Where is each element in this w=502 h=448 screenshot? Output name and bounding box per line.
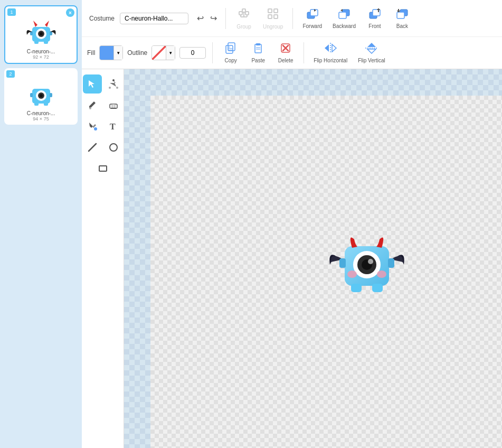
flip-horizontal-label: Flip Horizontal xyxy=(314,58,347,63)
back-button[interactable]: Back xyxy=(391,6,414,31)
outline-swatch xyxy=(152,46,166,60)
text-tool-button[interactable]: T xyxy=(104,117,123,136)
costume-preview-2 xyxy=(23,78,60,107)
outline-dropdown-arrow[interactable]: ▼ xyxy=(166,46,175,60)
svg-point-59 xyxy=(368,259,373,264)
svg-rect-6 xyxy=(34,41,39,44)
costume-preview-1 xyxy=(23,16,60,45)
svg-point-3 xyxy=(40,32,43,35)
outline-color-picker[interactable]: ▼ xyxy=(151,45,175,60)
forward-button[interactable]: Forward xyxy=(299,6,325,31)
fill-swatch xyxy=(100,46,113,60)
divider-1 xyxy=(225,8,226,29)
tools-panel: T xyxy=(82,69,124,448)
back-icon xyxy=(396,8,409,22)
svg-rect-17 xyxy=(44,102,48,106)
divider-2 xyxy=(292,8,293,29)
tool-row-4 xyxy=(83,138,123,157)
ungroup-button[interactable]: Ungroup xyxy=(260,5,286,32)
delete-label: Delete xyxy=(278,58,293,63)
undo-button[interactable]: ↩ xyxy=(195,12,206,24)
copy-icon xyxy=(225,42,236,57)
costume-number-1: 1 xyxy=(7,8,16,16)
sprite-container[interactable] xyxy=(325,217,409,302)
flip-vertical-button[interactable]: Flip Vertical xyxy=(355,40,389,66)
brush-tool-button[interactable] xyxy=(83,96,102,115)
delete-icon xyxy=(280,42,291,57)
divider-4 xyxy=(304,42,304,63)
svg-point-44 xyxy=(112,79,115,81)
paste-label: Paste xyxy=(251,58,265,63)
circle-tool-button[interactable] xyxy=(104,138,123,157)
svg-rect-25 xyxy=(268,9,272,13)
costume-item-2[interactable]: 2 C-neuron-... 94 × 75 xyxy=(4,68,78,125)
svg-point-60 xyxy=(347,270,357,278)
svg-rect-62 xyxy=(339,258,346,268)
forward-label: Forward xyxy=(302,23,322,29)
front-button[interactable]: Front xyxy=(363,6,386,31)
copy-label: Copy xyxy=(225,58,237,63)
costume-list: 1 × xyxy=(0,0,82,448)
ungroup-icon xyxy=(267,7,279,23)
costume-item-1[interactable]: 1 × xyxy=(4,5,78,64)
reshape-tool-button[interactable] xyxy=(104,74,123,94)
svg-rect-53 xyxy=(99,166,107,171)
eraser-tool-button[interactable] xyxy=(104,96,123,115)
outline-label: Outline xyxy=(127,49,147,57)
fill-color-picker[interactable]: ▼ xyxy=(99,45,123,60)
redo-button[interactable]: ↪ xyxy=(208,12,219,24)
divider-3 xyxy=(212,42,213,63)
canvas-container[interactable] xyxy=(124,69,502,448)
tool-row-2 xyxy=(83,96,123,115)
line-tool-button[interactable] xyxy=(83,138,102,157)
flip-horizontal-button[interactable]: Flip Horizontal xyxy=(310,40,351,66)
svg-rect-28 xyxy=(274,15,278,18)
tool-row-5 xyxy=(93,159,112,178)
delete-button[interactable]: Delete xyxy=(274,40,297,66)
svg-rect-20 xyxy=(242,9,245,12)
copy-button[interactable]: Copy xyxy=(219,40,242,66)
close-costume-1-button[interactable]: × xyxy=(66,8,74,17)
svg-rect-32 xyxy=(339,12,346,18)
fill-dropdown-arrow[interactable]: ▼ xyxy=(113,46,122,60)
svg-rect-40 xyxy=(256,43,260,45)
outline-size-input[interactable] xyxy=(179,47,206,59)
costume-name-input[interactable] xyxy=(120,13,188,24)
costume-size-1: 92 × 72 xyxy=(33,54,49,60)
group-button[interactable]: Group xyxy=(232,5,255,32)
costume-label: Costume xyxy=(89,15,115,22)
flip-horizontal-icon xyxy=(324,42,337,57)
fill-tool-button[interactable] xyxy=(83,117,102,136)
backward-icon xyxy=(338,8,351,22)
toolbar-row-2: Fill ▼ Outline ▼ xyxy=(82,37,502,69)
svg-rect-16 xyxy=(34,102,39,106)
svg-line-51 xyxy=(89,144,96,151)
top-toolbar: Costume ↩ ↪ xyxy=(82,0,502,69)
front-icon xyxy=(368,8,381,22)
group-icon xyxy=(238,7,250,23)
svg-rect-26 xyxy=(274,9,278,13)
rect-tool-button[interactable] xyxy=(93,159,112,178)
fill-label: Fill xyxy=(87,49,95,57)
backward-button[interactable]: Backward xyxy=(329,6,359,31)
svg-rect-18 xyxy=(239,12,242,15)
select-tool-button[interactable] xyxy=(83,74,102,94)
svg-marker-9 xyxy=(45,21,49,27)
svg-marker-8 xyxy=(33,21,37,27)
editor-area: T xyxy=(82,69,502,448)
paste-icon xyxy=(252,42,264,57)
svg-text:T: T xyxy=(110,122,116,131)
svg-rect-38 xyxy=(226,45,233,53)
svg-point-49 xyxy=(94,127,97,130)
svg-point-61 xyxy=(377,270,386,278)
svg-rect-39 xyxy=(255,44,261,53)
costume-name-1: C-neuron-... xyxy=(27,49,55,54)
flip-vertical-icon xyxy=(365,42,378,57)
svg-rect-36 xyxy=(397,12,404,18)
canvas-drawing-area[interactable] xyxy=(150,96,502,448)
group-label: Group xyxy=(236,24,251,30)
costume-size-2: 94 × 75 xyxy=(33,116,49,122)
svg-rect-65 xyxy=(372,284,383,292)
paste-button[interactable]: Paste xyxy=(247,40,270,66)
svg-point-45 xyxy=(109,87,111,89)
